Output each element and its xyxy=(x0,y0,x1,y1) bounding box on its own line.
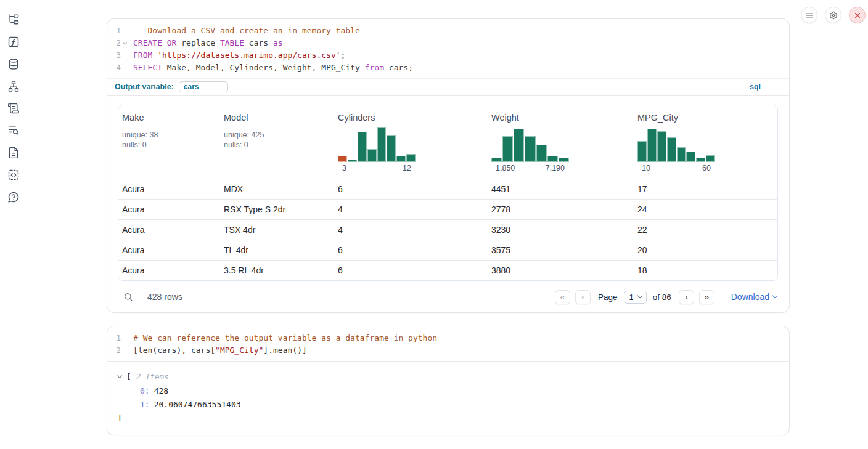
dependency-graph-icon[interactable] xyxy=(7,80,20,92)
histogram-bar xyxy=(348,160,357,162)
histogram-bar xyxy=(547,156,558,162)
histogram-bar xyxy=(338,156,347,162)
weight-histogram xyxy=(491,127,569,162)
table-cell: RSX Type S 2dr xyxy=(220,204,334,214)
fold-gutter xyxy=(121,344,128,357)
language-badge: sql xyxy=(750,83,782,91)
sql-code-editor[interactable]: 1-- Download a CSV and create an in-memo… xyxy=(107,19,789,78)
unique-count: unique: 38 xyxy=(122,130,220,140)
output-variable-input[interactable] xyxy=(179,81,228,92)
table-cell: 20 xyxy=(634,245,777,255)
line-number: 1 xyxy=(107,25,121,37)
table-cell: 4 xyxy=(334,204,488,214)
last-page-button[interactable]: » xyxy=(699,290,714,304)
table-body: AcuraMDX6445117AcuraRSX Type S 2dr427782… xyxy=(118,179,777,280)
page-select[interactable]: 1 xyxy=(624,291,646,304)
line-number: 4 xyxy=(107,62,121,74)
table-cell: Acura xyxy=(118,225,220,235)
fold-gutter xyxy=(121,49,128,62)
column-stats: unique: 38 nulls: 0 xyxy=(122,130,220,150)
download-label: Download xyxy=(731,292,769,302)
histogram-bar xyxy=(396,156,406,162)
table-cell: 6 xyxy=(334,184,488,194)
column-name[interactable]: Cylinders xyxy=(338,113,375,123)
histogram-bar xyxy=(358,132,367,162)
page-total-label: of 86 xyxy=(653,293,671,302)
row-count: 428 rows xyxy=(147,292,182,302)
axis-min-label: 1,850 xyxy=(496,164,515,172)
table-cell: Acura xyxy=(118,184,220,194)
histogram-bar xyxy=(387,135,396,162)
histogram-bar xyxy=(491,158,502,162)
histogram-bar xyxy=(706,155,715,162)
tree-entry-key: 1: xyxy=(140,400,150,409)
python-code-editor[interactable]: 1# We can reference the output variable … xyxy=(107,326,789,362)
documentation-icon[interactable] xyxy=(7,147,20,159)
logs-icon[interactable] xyxy=(7,124,20,137)
download-button[interactable]: Download xyxy=(731,292,777,302)
settings-button[interactable] xyxy=(825,7,841,23)
first-page-button[interactable]: « xyxy=(555,290,570,304)
table-header: Make unique: 38 nulls: 0 Model unique: 4… xyxy=(118,105,777,179)
fold-gutter xyxy=(121,62,128,74)
previous-page-button[interactable]: ‹ xyxy=(575,290,591,304)
next-page-button[interactable]: › xyxy=(679,290,694,304)
snippets-icon[interactable] xyxy=(7,169,20,181)
search-icon[interactable] xyxy=(123,292,133,302)
table-cell: TSX 4dr xyxy=(220,225,334,235)
table-cell: 4451 xyxy=(488,184,634,194)
histogram-bar xyxy=(657,131,666,162)
table-cell: 3230 xyxy=(488,225,634,235)
histogram-axis-labels: 10 60 xyxy=(637,162,715,172)
functions-icon[interactable] xyxy=(7,36,20,48)
column-stats: unique: 425 nulls: 0 xyxy=(224,130,334,150)
items-count-label: 2 Items xyxy=(136,372,169,381)
scratchpad-icon[interactable] xyxy=(7,102,20,115)
line-number: 2 xyxy=(107,344,121,357)
histogram-bar xyxy=(377,127,387,162)
histogram-bar xyxy=(647,129,657,162)
histogram-bar xyxy=(677,147,686,162)
column-name[interactable]: Make xyxy=(122,113,144,123)
table-row: AcuraMDX6445117 xyxy=(118,179,777,199)
table-cell: Acura xyxy=(118,265,220,275)
line-number: 1 xyxy=(107,332,121,344)
table-row: Acura3.5 RL 4dr6388018 xyxy=(118,260,777,280)
tree-entry-value: 428 xyxy=(154,386,168,395)
fold-toggle-icon[interactable] xyxy=(121,37,128,49)
shutdown-button[interactable] xyxy=(849,7,866,23)
open-bracket: [ xyxy=(126,372,131,381)
datasources-icon[interactable] xyxy=(7,58,20,70)
code-line: 1# We can reference the output variable … xyxy=(107,332,789,344)
column-header-make: Make unique: 38 nulls: 0 xyxy=(118,113,220,172)
histogram-axis-labels: 1,850 7,190 xyxy=(491,162,569,172)
python-cell: 1# We can reference the output variable … xyxy=(107,326,790,435)
page-label: Page xyxy=(598,293,618,302)
table-cell: 24 xyxy=(634,204,777,214)
table-cell: MDX xyxy=(220,184,334,194)
column-name[interactable]: MPG_City xyxy=(637,113,678,123)
collapse-toggle-icon[interactable] xyxy=(117,373,122,378)
column-header-weight: Weight 1,850 7,190 xyxy=(488,113,634,172)
gear-icon xyxy=(829,11,838,20)
column-name[interactable]: Weight xyxy=(491,113,519,123)
column-name[interactable]: Model xyxy=(224,113,248,123)
table-cell: 22 xyxy=(634,225,777,235)
unique-count: unique: 425 xyxy=(224,130,334,140)
menu-icon xyxy=(805,11,814,20)
code-line: 4SELECT Make, Model, Cylinders, Weight, … xyxy=(107,62,789,74)
fold-gutter xyxy=(121,332,128,344)
column-header-mpg-city: MPG_City 10 60 xyxy=(634,113,777,172)
close-icon xyxy=(853,11,862,20)
histogram-bar xyxy=(696,158,705,162)
axis-max-label: 60 xyxy=(702,164,711,172)
histogram-bar xyxy=(406,154,416,162)
histogram-bar xyxy=(525,136,535,162)
chevron-down-icon xyxy=(637,293,642,298)
notebook-menu-button[interactable] xyxy=(801,7,817,23)
file-explorer-icon[interactable] xyxy=(7,14,20,26)
output-variable-label: Output variable: xyxy=(115,83,174,91)
topbar xyxy=(801,7,866,23)
help-icon[interactable] xyxy=(7,191,20,203)
axis-max-label: 7,190 xyxy=(546,164,565,172)
